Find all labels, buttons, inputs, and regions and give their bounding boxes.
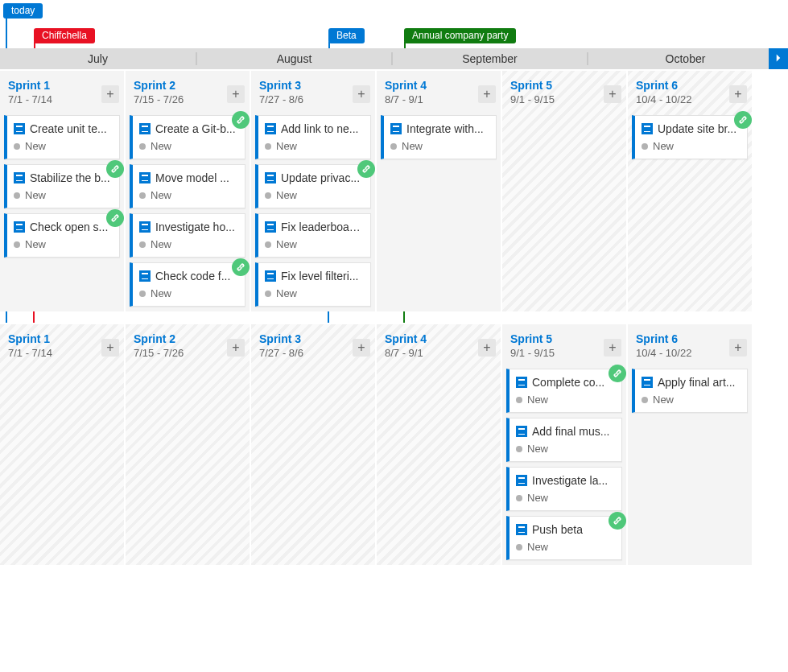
sprint-header[interactable]: Sprint 17/1 - 7/14+ [0, 71, 124, 110]
event-badge-chiffchella[interactable]: Chiffchella [34, 28, 95, 43]
add-card-button[interactable]: + [729, 339, 747, 357]
work-item-card[interactable]: Create unit te...New [4, 115, 120, 159]
add-card-button[interactable]: + [478, 85, 496, 103]
state-label: New [151, 287, 171, 299]
sprint-header[interactable]: Sprint 48/7 - 9/1+ [377, 71, 501, 110]
work-item-card[interactable]: Update site br...New [632, 115, 748, 159]
link-icon[interactable] [609, 365, 626, 382]
sprint-title[interactable]: Sprint 5 [510, 79, 618, 92]
sprint-dates: 7/1 - 7/14 [8, 347, 116, 359]
add-card-button[interactable]: + [604, 85, 621, 103]
work-item-card[interactable]: Fix level filteri...New [255, 262, 371, 307]
link-icon[interactable] [609, 512, 626, 530]
state-label: New [402, 140, 423, 152]
cards-list: Complete co...NewAdd final mus...NewInve… [502, 364, 626, 565]
sprint-header[interactable]: Sprint 610/4 - 10/22+ [628, 71, 752, 110]
card-title: Apply final art... [658, 376, 736, 389]
work-item-card[interactable]: Integrate with...New [381, 115, 497, 159]
sprint-column: Sprint 37/27 - 8/6+Add link to ne...NewU… [251, 71, 377, 311]
add-card-button[interactable]: + [227, 85, 245, 103]
sprint-header[interactable]: Sprint 27/15 - 7/26+ [126, 71, 250, 110]
sprint-title[interactable]: Sprint 6 [636, 332, 744, 345]
work-item-card[interactable]: Investigate la...New [506, 467, 622, 511]
sprint-header[interactable]: Sprint 59/1 - 9/15+ [502, 324, 626, 364]
work-item-card[interactable]: Complete co...New [506, 369, 622, 413]
work-item-card[interactable]: Add final mus...New [506, 418, 622, 462]
work-item-card[interactable]: Apply final art...New [632, 369, 748, 413]
state-dot-icon [516, 397, 522, 403]
card-top-row: Apply final art... [642, 376, 741, 389]
work-item-icon [516, 377, 527, 388]
work-item-icon [139, 270, 151, 282]
work-item-card[interactable]: Investigate ho...New [130, 213, 245, 258]
next-month-button[interactable] [769, 48, 788, 69]
sprint-title[interactable]: Sprint 3 [259, 79, 367, 92]
sprint-title[interactable]: Sprint 3 [259, 332, 367, 345]
work-item-card[interactable]: Fix leaderboar...New [255, 213, 371, 258]
link-icon[interactable] [232, 111, 250, 129]
card-state: New [14, 189, 113, 201]
sprint-column: Sprint 17/1 - 7/14+ [0, 324, 126, 565]
work-item-card[interactable]: Update privac...New [255, 164, 371, 208]
work-item-icon [265, 270, 276, 282]
sprint-title[interactable]: Sprint 4 [385, 332, 493, 345]
sprint-title[interactable]: Sprint 1 [8, 332, 116, 345]
link-icon[interactable] [357, 160, 375, 178]
add-card-button[interactable]: + [604, 339, 621, 357]
event-badge-beta[interactable]: Beta [328, 28, 365, 43]
card-state: New [265, 189, 364, 201]
link-icon[interactable] [232, 258, 250, 276]
sprint-title[interactable]: Sprint 5 [510, 332, 618, 345]
work-item-card[interactable]: Check code f...New [130, 262, 245, 307]
sprint-header[interactable]: Sprint 610/4 - 10/22+ [628, 324, 752, 364]
card-state: New [642, 140, 741, 152]
card-title: Complete co... [532, 376, 604, 389]
state-label: New [151, 238, 171, 250]
sprint-header[interactable]: Sprint 37/27 - 8/6+ [251, 324, 375, 364]
work-item-card[interactable]: Stabilize the b...New [4, 164, 120, 208]
sprint-header[interactable]: Sprint 27/15 - 7/26+ [126, 324, 250, 364]
add-card-button[interactable]: + [101, 339, 119, 357]
sprint-header[interactable]: Sprint 37/27 - 8/6+ [251, 71, 375, 110]
add-card-button[interactable]: + [478, 339, 496, 357]
link-icon[interactable] [106, 209, 124, 227]
sprint-title[interactable]: Sprint 2 [134, 332, 241, 345]
sprint-dates: 7/1 - 7/14 [8, 93, 116, 105]
work-item-card[interactable]: Push betaNew [506, 516, 622, 560]
add-card-button[interactable]: + [353, 85, 370, 103]
sprint-title[interactable]: Sprint 2 [134, 79, 241, 92]
work-item-card[interactable]: Create a Git-b...New [130, 115, 245, 159]
card-top-row: Complete co... [516, 376, 615, 389]
add-card-button[interactable]: + [227, 339, 245, 357]
sprint-title[interactable]: Sprint 1 [8, 79, 116, 92]
state-label: New [25, 238, 46, 250]
today-badge[interactable]: today [3, 3, 43, 19]
add-card-button[interactable]: + [729, 85, 747, 103]
cards-list: Add link to ne...NewUpdate privac...NewF… [251, 110, 375, 311]
work-item-card[interactable]: Check open s...New [4, 213, 120, 258]
event-badge-party[interactable]: Annual company party [404, 28, 516, 43]
plus-icon: + [106, 88, 113, 101]
card-title: Stabilize the b... [30, 171, 110, 184]
add-card-button[interactable]: + [101, 85, 119, 103]
card-title: Update site br... [658, 122, 736, 135]
card-state: New [265, 287, 364, 299]
event-marker-chiffchella [33, 311, 35, 323]
sprint-title[interactable]: Sprint 4 [385, 79, 493, 92]
card-title: Move model ... [155, 171, 229, 184]
sprint-title[interactable]: Sprint 6 [636, 79, 744, 92]
plus-icon: + [232, 88, 239, 101]
link-icon[interactable] [106, 160, 124, 178]
month-label: August [196, 52, 391, 65]
card-state: New [139, 140, 238, 152]
work-item-icon [642, 377, 653, 388]
add-card-button[interactable]: + [353, 339, 370, 357]
work-item-card[interactable]: Add link to ne...New [255, 115, 371, 159]
sprint-dates: 8/7 - 9/1 [385, 347, 493, 359]
link-icon[interactable] [734, 111, 752, 129]
state-dot-icon [516, 495, 522, 501]
sprint-header[interactable]: Sprint 17/1 - 7/14+ [0, 324, 124, 364]
work-item-card[interactable]: Move model ...New [130, 164, 245, 208]
sprint-header[interactable]: Sprint 59/1 - 9/15+ [502, 71, 626, 110]
sprint-header[interactable]: Sprint 48/7 - 9/1+ [377, 324, 501, 364]
